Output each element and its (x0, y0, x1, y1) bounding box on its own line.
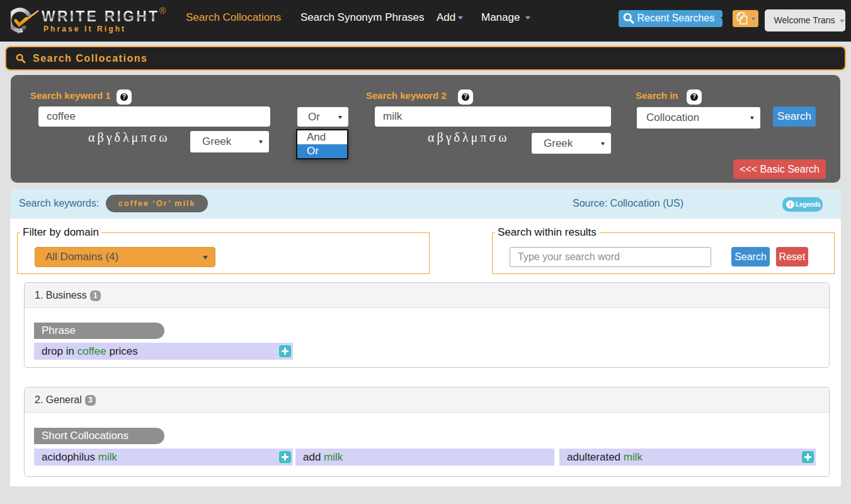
svg-text:DCB: DCB (15, 24, 27, 35)
